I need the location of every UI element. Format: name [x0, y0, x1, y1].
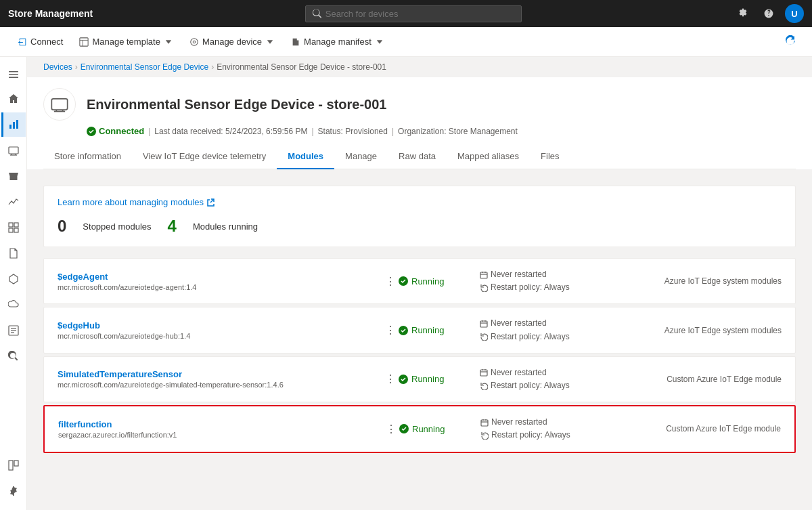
- topbar: Store Management U: [0, 0, 812, 27]
- tab-mapped-aliases[interactable]: Mapped aliases: [447, 144, 530, 169]
- running-icon-1: [399, 326, 408, 335]
- module-path-0: mcr.microsoft.com/azureiotedge-agent:1.4: [58, 283, 382, 291]
- sidebar-item-search[interactable]: [1, 344, 26, 368]
- tab-raw-data[interactable]: Raw data: [388, 144, 447, 169]
- running-icon-3: [399, 424, 409, 433]
- table-row: $edgeHub mcr.microsoft.com/azureiotedge-…: [43, 307, 796, 353]
- sidebar-item-cloud[interactable]: [1, 293, 26, 317]
- svg-rect-24: [9, 461, 13, 470]
- learn-link[interactable]: Learn more about managing modules: [58, 197, 782, 207]
- device-name: Environmental Sensor Edge Device - store…: [87, 97, 387, 112]
- svg-rect-0: [80, 37, 88, 45]
- stopped-label: Stopped modules: [83, 221, 151, 232]
- breadcrumb-device-type[interactable]: Environmental Sensor Edge Device: [81, 62, 208, 72]
- manage-template-button[interactable]: Manage template: [72, 31, 179, 53]
- sidebar-item-home[interactable]: [1, 87, 26, 111]
- module-restart-3: Never restarted Restart policy: Always: [480, 416, 632, 442]
- restart-icon-1: [480, 333, 488, 341]
- svg-marker-19: [9, 274, 18, 284]
- svg-point-4: [193, 41, 196, 43]
- last-data: Last data received: 5/24/2023, 6:59:56 P…: [154, 127, 307, 136]
- module-status-3: Running: [399, 424, 480, 434]
- topbar-icons: U: [734, 4, 804, 23]
- module-menu-1[interactable]: ⋮: [382, 324, 399, 337]
- breadcrumb-sep-1: ›: [75, 62, 78, 72]
- module-path-1: mcr.microsoft.com/azureiotedge-hub:1.4: [58, 332, 382, 340]
- manage-manifest-button[interactable]: Manage manifest: [284, 31, 391, 53]
- modules-list: $edgeAgent mcr.microsoft.com/azureiotedg…: [43, 258, 796, 456]
- restart-icon-2: [480, 382, 488, 390]
- calendar-icon-0: [480, 271, 488, 279]
- sidebar-item-report[interactable]: [1, 318, 26, 343]
- calendar-icon-1: [480, 320, 488, 328]
- svg-point-3: [191, 38, 198, 45]
- manage-manifest-icon: [291, 37, 300, 47]
- sidebar-item-nav[interactable]: [1, 453, 26, 477]
- module-name-3[interactable]: filterfunction: [58, 419, 383, 429]
- running-icon-2: [399, 375, 408, 384]
- settings-icon[interactable]: [734, 4, 752, 23]
- connect-button[interactable]: Connect: [11, 31, 70, 53]
- help-icon[interactable]: [759, 4, 778, 23]
- sidebar-item-doc[interactable]: [1, 241, 26, 265]
- svg-rect-18: [14, 228, 18, 232]
- module-menu-0[interactable]: ⋮: [382, 275, 399, 288]
- search-input[interactable]: [325, 9, 514, 19]
- device-header: Environmental Sensor Edge Device - store…: [27, 77, 812, 169]
- calendar-icon-3: [480, 419, 489, 427]
- refresh-button[interactable]: [780, 33, 801, 51]
- svg-rect-37: [480, 321, 487, 327]
- running-badge-1: Running: [399, 325, 444, 335]
- avatar[interactable]: U: [785, 4, 804, 23]
- sidebar-item-store[interactable]: [1, 164, 26, 188]
- module-menu-3[interactable]: ⋮: [383, 423, 399, 435]
- modules-content: Learn more about managing modules 0 Stop…: [27, 175, 812, 467]
- tab-telemetry[interactable]: View IoT Edge device telemetry: [132, 144, 277, 169]
- sidebar-item-edge[interactable]: [1, 267, 26, 291]
- stats-row: 0 Stopped modules 4 Modules running: [58, 217, 782, 236]
- chevron-down-icon-2: [265, 37, 275, 47]
- sidebar-item-analytics[interactable]: [1, 112, 26, 137]
- svg-rect-11: [9, 147, 18, 154]
- table-row: filterfunction sergazacr.azurecr.io/filt…: [43, 405, 796, 452]
- sidebar-item-grid[interactable]: [1, 215, 26, 240]
- running-icon-0: [399, 276, 408, 286]
- stopped-count: 0: [58, 217, 66, 236]
- running-badge-3: Running: [399, 424, 445, 434]
- breadcrumb-devices[interactable]: Devices: [43, 62, 72, 72]
- module-name-1[interactable]: $edgeHub: [58, 320, 382, 331]
- module-restart-2: Never restarted Restart policy: Always: [480, 366, 633, 392]
- module-name-2[interactable]: SimulatedTemperatureSensor: [58, 369, 382, 379]
- manage-device-button[interactable]: Manage device: [183, 31, 281, 53]
- sidebar-item-chart[interactable]: [1, 190, 26, 214]
- tab-files[interactable]: Files: [530, 144, 570, 169]
- calendar-icon-2: [480, 368, 488, 377]
- hamburger-menu[interactable]: [1, 62, 26, 87]
- tab-store-info[interactable]: Store information: [43, 144, 132, 169]
- running-badge-0: Running: [399, 276, 444, 286]
- tab-manage[interactable]: Manage: [334, 144, 388, 169]
- sidebar-item-devices[interactable]: [1, 138, 26, 163]
- restart-icon-0: [480, 284, 488, 292]
- provision-status: Status: Provisioned: [318, 127, 388, 136]
- svg-rect-42: [480, 370, 487, 376]
- svg-rect-25: [14, 461, 18, 466]
- module-menu-2[interactable]: ⋮: [382, 373, 399, 385]
- module-path-2: mcr.microsoft.com/azureiotedge-simulated…: [58, 381, 382, 389]
- module-name-0[interactable]: $edgeAgent: [58, 272, 382, 282]
- module-status-1: Running: [399, 325, 480, 335]
- module-info-2: SimulatedTemperatureSensor mcr.microsoft…: [58, 369, 382, 389]
- modules-info-card: Learn more about managing modules 0 Stop…: [43, 186, 796, 247]
- module-type-2: Custom Azure IoT Edge module: [633, 375, 782, 384]
- search-bar[interactable]: [305, 5, 522, 22]
- module-status-2: Running: [399, 374, 480, 384]
- main-layout: Devices › Environmental Sensor Edge Devi…: [0, 57, 812, 510]
- svg-rect-17: [9, 228, 13, 232]
- command-bar: Connect Manage template Manage device Ma…: [0, 27, 812, 57]
- sidebar: [0, 57, 27, 510]
- module-info-0: $edgeAgent mcr.microsoft.com/azureiotedg…: [58, 272, 382, 291]
- running-count: 4: [168, 217, 177, 236]
- tab-modules[interactable]: Modules: [277, 144, 334, 169]
- main-content: Devices › Environmental Sensor Edge Devi…: [27, 57, 812, 510]
- sidebar-item-settings[interactable]: [1, 479, 26, 503]
